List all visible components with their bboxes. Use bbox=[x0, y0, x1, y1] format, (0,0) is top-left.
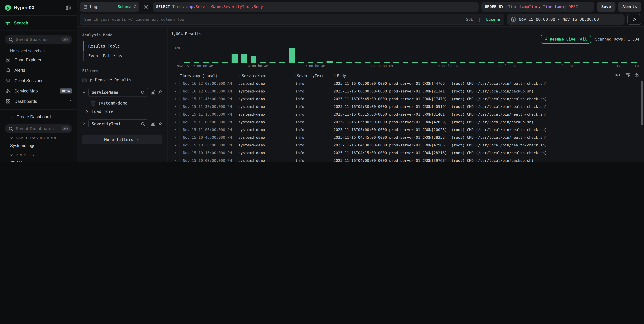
scanned-rows: Scanned Rows: 1,334 bbox=[595, 37, 639, 41]
table-row[interactable]: ›Nov 16 12:00:00.000 AMsystemd-demoinfo2… bbox=[171, 87, 644, 95]
cell-servicename: systemd-demo bbox=[238, 128, 293, 132]
saved-searches-input[interactable]: Saved Searches ⌘K bbox=[5, 35, 72, 44]
table-row[interactable]: ›Nov 15 11:30:00.000 PMsystemd-demoinfo2… bbox=[171, 103, 644, 111]
row-expander-icon[interactable]: › bbox=[171, 127, 180, 132]
chart-bar bbox=[241, 54, 247, 63]
cell-body: 2025-11-16T04:15:00-0000 prod-server-01 … bbox=[334, 151, 644, 155]
resume-live-tail-button[interactable]: Resume Live Tail bbox=[540, 35, 591, 43]
source-select[interactable]: Logs Schema bbox=[80, 2, 139, 11]
table-row[interactable]: ›Nov 15 11:00:00.000 PMsystemd-demoinfo2… bbox=[171, 126, 644, 134]
section-presets[interactable]: PRESETS bbox=[0, 150, 77, 158]
facet-search-field[interactable]: ServiceName bbox=[88, 88, 148, 97]
main-area: Logs Schema SELECT Timestamp ,ServiceNam… bbox=[77, 0, 644, 162]
select-clause-input[interactable]: SELECT Timestamp ,ServiceName,SeverityTe… bbox=[153, 2, 478, 11]
app-root: HyperDX Search ⌃ Saved Searches ⌘K No sa… bbox=[0, 0, 644, 162]
vertical-scrollbar[interactable] bbox=[641, 81, 643, 125]
bar-chart-icon[interactable] bbox=[151, 90, 156, 95]
source-settings-gear-icon[interactable] bbox=[142, 4, 150, 9]
sidebar-collapse-icon[interactable] bbox=[64, 5, 72, 10]
load-more-button[interactable]: Load more bbox=[86, 109, 162, 114]
bar-chart-icon[interactable] bbox=[151, 122, 156, 126]
facet-option-systemd-demo[interactable]: systemd-demo bbox=[91, 101, 162, 106]
sidebar-item-search[interactable]: Search ⌃ bbox=[0, 16, 77, 30]
pin-icon[interactable] bbox=[158, 122, 162, 126]
table-row[interactable]: ›Nov 15 11:00:00.000 PMsystemd-demoinfo2… bbox=[171, 118, 644, 126]
more-filters-button[interactable]: More filters bbox=[82, 135, 162, 145]
order-by-input[interactable]: ORDER BY ( TimestampTime , Timestamp ) D… bbox=[481, 2, 594, 11]
run-query-button[interactable] bbox=[627, 14, 641, 25]
app-title: HyperDX bbox=[14, 5, 61, 10]
row-expander-icon[interactable]: › bbox=[171, 120, 180, 125]
row-expander-icon[interactable]: › bbox=[171, 151, 180, 156]
column-header-body[interactable]: ⠿Body bbox=[334, 74, 620, 78]
cell-body: 2025-11-16T06:00:00-0000 prod-server-01 … bbox=[334, 81, 644, 86]
saved-dashboards-placeholder: Saved Dashboards bbox=[16, 127, 59, 131]
table-row[interactable]: ›Nov 16 12:00:00.000 AMsystemd-demoinfo2… bbox=[171, 80, 644, 87]
denoise-results-toggle[interactable]: ◐ Denoise Results bbox=[82, 78, 162, 82]
dashboard-item-systemd-logs[interactable]: Systemd logs bbox=[0, 141, 77, 150]
column-header-severitytext[interactable]: ⠿SeverityText bbox=[293, 74, 334, 78]
row-expander-icon[interactable]: › bbox=[171, 135, 180, 140]
row-expander-icon[interactable]: › bbox=[171, 158, 180, 162]
preset-item-clickhouse[interactable]: ClickHouse bbox=[0, 158, 77, 162]
row-expander-icon[interactable]: › bbox=[171, 81, 180, 86]
chevron-right-icon[interactable] bbox=[82, 122, 86, 126]
denoise-checkbox[interactable] bbox=[82, 78, 86, 82]
row-expander-icon[interactable]: › bbox=[171, 104, 180, 109]
sidebar-item-alerts[interactable]: Alerts bbox=[0, 65, 77, 75]
drag-handle-icon[interactable]: ⠿ bbox=[334, 74, 336, 77]
table-row[interactable]: ›Nov 15 11:45:00.000 PMsystemd-demoinfo2… bbox=[171, 95, 644, 103]
saved-dashboards-input[interactable]: Saved Dashboards ⌘K bbox=[5, 124, 72, 133]
drag-handle-icon[interactable]: ⠿ bbox=[238, 74, 240, 77]
chart-bar bbox=[612, 62, 618, 63]
text-wrap-icon[interactable] bbox=[626, 73, 630, 77]
save-button[interactable]: Save bbox=[597, 2, 615, 11]
table-row[interactable]: ›Nov 15 10:15:00.000 PMsystemd-demoinfo2… bbox=[171, 149, 644, 157]
chevron-up-icon[interactable]: ⌃ bbox=[70, 21, 72, 25]
event-search-input[interactable]: Search your events w/ Lucene ex. column:… bbox=[80, 14, 504, 25]
row-expander-icon[interactable]: › bbox=[171, 97, 180, 102]
create-dashboard-button[interactable]: Create Dashboard bbox=[0, 112, 77, 122]
orderby-keyword: ORDER BY bbox=[485, 4, 504, 9]
chart-bar bbox=[374, 62, 380, 63]
option-checkbox[interactable] bbox=[91, 101, 95, 105]
alerts-button[interactable]: Alerts bbox=[618, 2, 641, 11]
mode-event-patterns[interactable]: Event Patterns bbox=[83, 51, 162, 61]
code-view-icon[interactable]: </> bbox=[615, 73, 621, 77]
column-header-timestamp[interactable]: Timestamp (Local) bbox=[180, 74, 238, 78]
sidebar-item-client-sessions[interactable]: Client Sessions bbox=[0, 75, 77, 86]
more-filters-label: More filters bbox=[104, 137, 133, 142]
row-expander-icon[interactable]: › bbox=[171, 89, 180, 94]
facet-search-field[interactable]: SeverityText bbox=[88, 119, 148, 128]
chart-bar bbox=[279, 62, 285, 63]
row-expander-icon[interactable]: › bbox=[171, 143, 180, 148]
date-range-picker[interactable]: Nov 15 00:00:00 - Nov 16 00:00:00 bbox=[507, 14, 624, 25]
cell-timestamp: Nov 15 10:45:00.000 PM bbox=[180, 135, 238, 140]
table-row[interactable]: ›Nov 15 11:15:00.000 PMsystemd-demoinfo2… bbox=[171, 111, 644, 118]
drag-handle-icon[interactable]: ⠿ bbox=[293, 74, 295, 77]
column-header-servicename[interactable]: ⠿ServiceName bbox=[238, 74, 293, 78]
table-row[interactable]: ›Nov 15 10:45:00.000 PMsystemd-demoinfo2… bbox=[171, 134, 644, 141]
table-row[interactable]: ›Nov 15 10:00:00.000 PMsystemd-demoinfo2… bbox=[171, 157, 644, 162]
sidebar-item-label: Search bbox=[14, 20, 66, 25]
download-icon[interactable] bbox=[634, 73, 639, 77]
service-map-icon bbox=[6, 88, 11, 94]
sidebar-item-dashboards[interactable]: Dashboards ⌃ bbox=[0, 96, 77, 107]
lightning-icon bbox=[544, 37, 548, 41]
sidebar-item-service-map[interactable]: Service Map BETA bbox=[0, 86, 77, 96]
calendar-icon bbox=[511, 17, 516, 22]
table-row[interactable]: ›Nov 15 10:30:00.000 PMsystemd-demoinfo2… bbox=[171, 141, 644, 149]
chart-plot[interactable] bbox=[182, 48, 639, 63]
row-expander-icon[interactable]: › bbox=[171, 112, 180, 117]
pin-icon[interactable] bbox=[158, 90, 162, 95]
chevron-down-icon[interactable] bbox=[82, 90, 86, 94]
no-saved-searches-note: No saved searches bbox=[0, 44, 77, 55]
results-panel: 1,004 Results Resume Live Tail Scanned R… bbox=[168, 27, 644, 162]
mode-toggle-sql[interactable]: SQL bbox=[466, 17, 473, 22]
mode-results-table[interactable]: Results Table bbox=[83, 41, 162, 51]
chart-bar bbox=[298, 62, 304, 63]
sidebar-item-chart-explorer[interactable]: Chart Explorer bbox=[0, 55, 77, 65]
source-select-value: Logs bbox=[90, 4, 115, 9]
section-saved-dashboards[interactable]: SAVED DASHBOARDS bbox=[0, 133, 77, 141]
mode-toggle-lucene[interactable]: Lucene bbox=[486, 17, 500, 22]
